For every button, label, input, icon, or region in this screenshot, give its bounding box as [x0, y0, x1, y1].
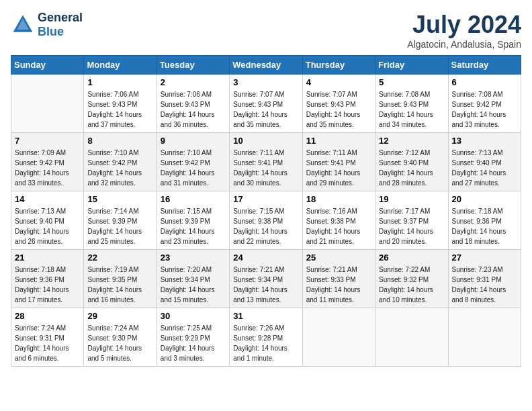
day-info: Sunrise: 7:24 AM Sunset: 9:31 PM Dayligh… — [15, 323, 80, 363]
day-number: 8 — [87, 136, 152, 146]
calendar-cell: 21Sunrise: 7:18 AM Sunset: 9:36 PM Dayli… — [11, 250, 84, 308]
day-number: 25 — [306, 253, 371, 263]
logo-blue: Blue — [38, 25, 64, 38]
day-info: Sunrise: 7:07 AM Sunset: 9:43 PM Dayligh… — [306, 89, 371, 130]
calendar-cell: 5Sunrise: 7:08 AM Sunset: 9:43 PM Daylig… — [375, 75, 448, 133]
calendar-cell: 25Sunrise: 7:21 AM Sunset: 9:33 PM Dayli… — [302, 250, 375, 308]
calendar-header: SundayMondayTuesdayWednesdayThursdayFrid… — [11, 56, 521, 75]
calendar-cell: 9Sunrise: 7:10 AM Sunset: 9:42 PM Daylig… — [157, 133, 229, 191]
day-number: 26 — [379, 253, 444, 263]
calendar-cell: 12Sunrise: 7:12 AM Sunset: 9:40 PM Dayli… — [375, 133, 448, 191]
day-info: Sunrise: 7:10 AM Sunset: 9:42 PM Dayligh… — [161, 148, 226, 188]
calendar-cell: 18Sunrise: 7:16 AM Sunset: 9:38 PM Dayli… — [302, 191, 375, 250]
day-info: Sunrise: 7:19 AM Sunset: 9:35 PM Dayligh… — [87, 265, 152, 305]
calendar-cell: 1Sunrise: 7:06 AM Sunset: 9:43 PM Daylig… — [84, 75, 157, 133]
calendar-cell — [448, 308, 521, 367]
calendar-cell: 28Sunrise: 7:24 AM Sunset: 9:31 PM Dayli… — [11, 308, 84, 367]
day-number: 4 — [306, 77, 371, 87]
day-number: 5 — [379, 77, 444, 87]
calendar-cell: 26Sunrise: 7:22 AM Sunset: 9:32 PM Dayli… — [375, 250, 448, 308]
day-info: Sunrise: 7:13 AM Sunset: 9:40 PM Dayligh… — [452, 148, 517, 188]
day-info: Sunrise: 7:16 AM Sunset: 9:38 PM Dayligh… — [306, 206, 371, 246]
day-info: Sunrise: 7:18 AM Sunset: 9:36 PM Dayligh… — [452, 206, 517, 246]
calendar-cell: 8Sunrise: 7:10 AM Sunset: 9:42 PM Daylig… — [84, 133, 157, 191]
day-number: 20 — [452, 194, 517, 204]
day-number: 10 — [233, 136, 298, 146]
calendar-cell: 24Sunrise: 7:21 AM Sunset: 9:34 PM Dayli… — [230, 250, 302, 308]
calendar-cell: 23Sunrise: 7:20 AM Sunset: 9:34 PM Dayli… — [157, 250, 229, 308]
day-number: 15 — [87, 194, 152, 204]
day-number: 29 — [87, 311, 152, 321]
calendar-cell: 20Sunrise: 7:18 AM Sunset: 9:36 PM Dayli… — [448, 191, 521, 250]
month-title: July 2024 — [407, 11, 521, 39]
day-info: Sunrise: 7:07 AM Sunset: 9:43 PM Dayligh… — [233, 89, 298, 130]
calendar-cell: 29Sunrise: 7:24 AM Sunset: 9:30 PM Dayli… — [84, 308, 157, 367]
day-info: Sunrise: 7:20 AM Sunset: 9:34 PM Dayligh… — [161, 265, 226, 305]
header-saturday: Saturday — [448, 56, 521, 75]
day-info: Sunrise: 7:14 AM Sunset: 9:39 PM Dayligh… — [87, 206, 152, 246]
calendar-cell: 16Sunrise: 7:15 AM Sunset: 9:39 PM Dayli… — [157, 191, 229, 250]
calendar-cell — [11, 75, 84, 133]
week-row-1: 7Sunrise: 7:09 AM Sunset: 9:42 PM Daylig… — [11, 133, 521, 191]
day-info: Sunrise: 7:21 AM Sunset: 9:34 PM Dayligh… — [233, 265, 298, 305]
day-number: 24 — [233, 253, 298, 263]
day-info: Sunrise: 7:23 AM Sunset: 9:31 PM Dayligh… — [452, 265, 517, 305]
calendar-table: SundayMondayTuesdayWednesdayThursdayFrid… — [11, 55, 521, 367]
day-info: Sunrise: 7:26 AM Sunset: 9:28 PM Dayligh… — [233, 323, 298, 363]
calendar-cell: 31Sunrise: 7:26 AM Sunset: 9:28 PM Dayli… — [230, 308, 302, 367]
header-monday: Monday — [84, 56, 157, 75]
day-info: Sunrise: 7:10 AM Sunset: 9:42 PM Dayligh… — [87, 148, 152, 188]
week-row-3: 21Sunrise: 7:18 AM Sunset: 9:36 PM Dayli… — [11, 250, 521, 308]
title-block: July 2024 Algatocin, Andalusia, Spain — [407, 11, 521, 50]
day-number: 17 — [233, 194, 298, 204]
calendar-cell: 27Sunrise: 7:23 AM Sunset: 9:31 PM Dayli… — [448, 250, 521, 308]
calendar-cell: 4Sunrise: 7:07 AM Sunset: 9:43 PM Daylig… — [302, 75, 375, 133]
calendar-cell — [375, 308, 448, 367]
day-info: Sunrise: 7:18 AM Sunset: 9:36 PM Dayligh… — [15, 265, 80, 305]
calendar-cell: 13Sunrise: 7:13 AM Sunset: 9:40 PM Dayli… — [448, 133, 521, 191]
calendar-body: 1Sunrise: 7:06 AM Sunset: 9:43 PM Daylig… — [11, 75, 521, 367]
page-header: General Blue July 2024 Algatocin, Andalu… — [11, 11, 521, 50]
day-number: 14 — [15, 194, 80, 204]
day-info: Sunrise: 7:11 AM Sunset: 9:41 PM Dayligh… — [233, 148, 298, 188]
calendar-cell: 7Sunrise: 7:09 AM Sunset: 9:42 PM Daylig… — [11, 133, 84, 191]
day-info: Sunrise: 7:08 AM Sunset: 9:43 PM Dayligh… — [379, 89, 444, 130]
day-info: Sunrise: 7:15 AM Sunset: 9:38 PM Dayligh… — [233, 206, 298, 246]
header-tuesday: Tuesday — [157, 56, 229, 75]
calendar-cell: 6Sunrise: 7:08 AM Sunset: 9:42 PM Daylig… — [448, 75, 521, 133]
day-number: 13 — [452, 136, 517, 146]
day-info: Sunrise: 7:09 AM Sunset: 9:42 PM Dayligh… — [15, 148, 80, 188]
day-number: 21 — [15, 253, 80, 263]
header-sunday: Sunday — [11, 56, 84, 75]
week-row-0: 1Sunrise: 7:06 AM Sunset: 9:43 PM Daylig… — [11, 75, 521, 133]
day-info: Sunrise: 7:17 AM Sunset: 9:37 PM Dayligh… — [379, 206, 444, 246]
logo: General Blue — [11, 11, 83, 39]
day-number: 2 — [161, 77, 226, 87]
day-number: 22 — [87, 253, 152, 263]
day-number: 12 — [379, 136, 444, 146]
day-number: 19 — [379, 194, 444, 204]
day-number: 23 — [161, 253, 226, 263]
day-info: Sunrise: 7:08 AM Sunset: 9:42 PM Dayligh… — [452, 89, 517, 130]
day-info: Sunrise: 7:24 AM Sunset: 9:30 PM Dayligh… — [87, 323, 152, 363]
calendar-cell: 2Sunrise: 7:06 AM Sunset: 9:43 PM Daylig… — [157, 75, 229, 133]
day-number: 28 — [15, 311, 80, 321]
day-number: 31 — [233, 311, 298, 321]
calendar-cell: 30Sunrise: 7:25 AM Sunset: 9:29 PM Dayli… — [157, 308, 229, 367]
calendar-cell: 15Sunrise: 7:14 AM Sunset: 9:39 PM Dayli… — [84, 191, 157, 250]
header-friday: Friday — [375, 56, 448, 75]
day-number: 9 — [161, 136, 226, 146]
calendar-cell: 14Sunrise: 7:13 AM Sunset: 9:40 PM Dayli… — [11, 191, 84, 250]
calendar-cell — [302, 308, 375, 367]
header-wednesday: Wednesday — [230, 56, 302, 75]
week-row-4: 28Sunrise: 7:24 AM Sunset: 9:31 PM Dayli… — [11, 308, 521, 367]
day-number: 16 — [161, 194, 226, 204]
calendar-cell: 11Sunrise: 7:11 AM Sunset: 9:41 PM Dayli… — [302, 133, 375, 191]
day-info: Sunrise: 7:21 AM Sunset: 9:33 PM Dayligh… — [306, 265, 371, 305]
logo-icon — [11, 13, 35, 37]
header-row: SundayMondayTuesdayWednesdayThursdayFrid… — [11, 56, 521, 75]
day-info: Sunrise: 7:11 AM Sunset: 9:41 PM Dayligh… — [306, 148, 371, 188]
day-number: 6 — [452, 77, 517, 87]
calendar-cell: 17Sunrise: 7:15 AM Sunset: 9:38 PM Dayli… — [230, 191, 302, 250]
calendar-cell: 3Sunrise: 7:07 AM Sunset: 9:43 PM Daylig… — [230, 75, 302, 133]
